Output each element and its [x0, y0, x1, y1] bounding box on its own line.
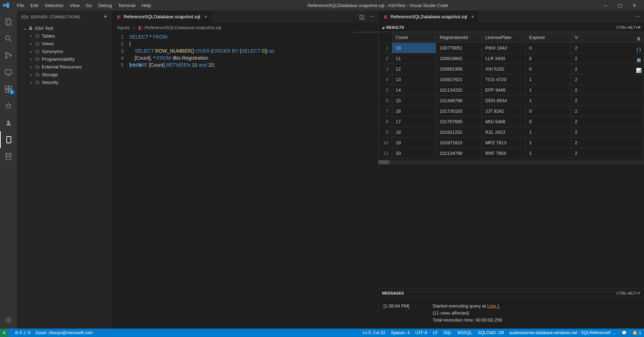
results-header[interactable]: RESULTS CTRL+ALT+R — [379, 23, 644, 32]
extensions-icon[interactable]: 5 — [0, 81, 17, 98]
col-partial[interactable]: V — [571, 32, 644, 43]
cell-registrationid[interactable]: 101134152 — [436, 85, 482, 95]
encoding-status[interactable]: UTF-8 — [415, 330, 427, 335]
maximize-button[interactable]: ▢ — [616, 2, 624, 9]
feedback-icon[interactable]: 💬 — [622, 330, 627, 335]
cell-partial[interactable]: 2 — [571, 85, 644, 95]
menu-selection[interactable]: Selection — [42, 1, 66, 9]
table-row[interactable]: 110100779051PWX 184202 — [379, 43, 644, 53]
cell-expired[interactable]: 0 — [526, 43, 571, 53]
cell-partial[interactable]: 2 — [571, 95, 644, 106]
tree-item-programmability[interactable]: ›🗀Programmability — [17, 55, 112, 63]
cell-partial[interactable]: 2 — [571, 74, 644, 85]
settings-gear-icon[interactable] — [0, 312, 17, 329]
cell-expired[interactable]: 0 — [526, 106, 571, 117]
cell-expired[interactable]: 1 — [526, 138, 571, 148]
explorer-icon[interactable] — [0, 13, 17, 30]
minimap[interactable] — [354, 32, 378, 70]
menu-debug[interactable]: Debug — [96, 1, 114, 9]
indent-status[interactable]: Spaces: 4 — [391, 330, 409, 335]
tree-item-tables[interactable]: ›🗀Tables — [17, 32, 112, 40]
code-editor[interactable]: 1 2 3 4 5 SELECT * FROM ( SELECT ROW_NUM… — [112, 32, 378, 68]
breadcrumbs[interactable]: Inputs ◧ ReferenceSQLDatabase.snapshot.s… — [112, 23, 378, 32]
sqlcmd-status[interactable]: SQLCMD: Off — [478, 330, 504, 335]
cell-licenseplate[interactable]: XIH 5162 — [482, 64, 526, 74]
more-actions-icon[interactable]: ··· — [635, 13, 640, 20]
cell-count[interactable]: 10 — [392, 43, 436, 53]
menu-go[interactable]: Go — [83, 1, 95, 9]
cell-licenseplate[interactable]: EPF 8445 — [482, 85, 526, 95]
cell-count[interactable]: 15 — [392, 95, 436, 106]
cell-expired[interactable]: 1 — [526, 95, 571, 106]
problems-status[interactable]: ⊘ 0 ⚠ 0 — [15, 330, 30, 335]
cell-partial[interactable]: 2 — [571, 106, 644, 117]
cell-licenseplate[interactable]: RRF 7854 — [482, 148, 526, 159]
cell-count[interactable]: 18 — [392, 127, 436, 138]
remote-indicator-icon[interactable]: ✕ — [0, 329, 8, 337]
tree-item-storage[interactable]: ›🗀Storage — [17, 71, 112, 78]
cell-expired[interactable]: 0 — [526, 117, 571, 127]
cell-licenseplate[interactable]: LLR 3430 — [482, 53, 526, 64]
cell-count[interactable]: 11 — [392, 53, 436, 64]
menu-help[interactable]: Help — [139, 1, 154, 9]
cell-count[interactable]: 13 — [392, 74, 436, 85]
save-csv-icon[interactable]: 🗎 — [635, 35, 643, 42]
azure-icon[interactable] — [0, 114, 17, 131]
col-expired[interactable]: Expired — [526, 32, 571, 43]
debug-icon[interactable] — [0, 98, 17, 114]
split-editor-icon[interactable]: ◫ — [359, 13, 364, 20]
cell-registrationid[interactable]: 101921202 — [436, 127, 482, 138]
table-row[interactable]: 918101921202RZL 292312 — [379, 127, 644, 138]
cell-partial[interactable]: 2 — [571, 53, 644, 64]
tree-item-synonyms[interactable]: ›🗀Synonyms — [17, 47, 112, 55]
table-row[interactable]: 1120102134798RRF 785412 — [379, 148, 644, 159]
cell-expired[interactable]: 1 — [526, 127, 571, 138]
cell-registrationid[interactable]: 100881956 — [436, 64, 482, 74]
breadcrumb-file[interactable]: ReferenceSQLDatabase.snapshot.sql — [145, 25, 221, 30]
notebook-icon[interactable] — [0, 148, 17, 165]
message-link-line[interactable]: Line 1 — [487, 303, 499, 309]
cursor-position-status[interactable]: Ln 5, Col 33 — [363, 330, 386, 335]
cell-registrationid[interactable]: 101971815 — [436, 138, 482, 148]
sql-server-icon[interactable] — [0, 131, 17, 148]
menu-edit[interactable]: Edit — [28, 1, 41, 9]
tab-close-icon[interactable]: × — [204, 14, 207, 19]
table-row[interactable]: 615101446788DDG 883412 — [379, 95, 644, 106]
table-row[interactable]: 413100927621TCG 472012 — [379, 74, 644, 85]
table-row[interactable]: 817101757685MGI 540602 — [379, 117, 644, 127]
cell-registrationid[interactable]: 101446788 — [436, 95, 482, 106]
cell-expired[interactable]: 0 — [526, 53, 571, 64]
cell-registrationid[interactable]: 101757685 — [436, 117, 482, 127]
cell-partial[interactable]: 2 — [571, 138, 644, 148]
cell-registrationid[interactable]: 100927621 — [436, 74, 482, 85]
cell-licenseplate[interactable]: MPZ 7813 — [482, 138, 526, 148]
breadcrumb-folder[interactable]: Inputs — [117, 25, 130, 30]
cell-count[interactable]: 19 — [392, 138, 436, 148]
search-icon[interactable] — [0, 30, 17, 47]
cell-partial[interactable]: 2 — [571, 64, 644, 74]
tree-item-views[interactable]: ›🗀Views — [17, 40, 112, 47]
col-count[interactable]: Count — [392, 32, 436, 43]
col-registrationid[interactable]: RegistrationId — [436, 32, 482, 43]
table-row[interactable]: 1019101971815MPZ 781312 — [379, 138, 644, 148]
chart-icon[interactable]: 📊 — [635, 66, 643, 74]
server-status[interactable]: asatestserver.database.windows.net : SQL… — [509, 330, 616, 335]
cell-licenseplate[interactable]: MGI 5406 — [482, 117, 526, 127]
tab-file[interactable]: ◧ ReferenceSQLDatabase.snapshot.sql × — [112, 11, 212, 23]
table-row[interactable]: 716101730183JJT 924202 — [379, 106, 644, 117]
cell-count[interactable]: 17 — [392, 117, 436, 127]
table-row[interactable]: 312100881956XIH 516202 — [379, 64, 644, 74]
messages-header[interactable]: MESSAGES CTRL+ALT+Y — [379, 289, 644, 298]
cell-licenseplate[interactable]: PWX 1842 — [482, 43, 526, 53]
add-connection-button[interactable]: + — [104, 13, 107, 20]
tree-root[interactable]: ⌄ 🖥 ASA Test — [17, 24, 112, 32]
azure-account-status[interactable]: Azure: zhouyu@microsoft.com — [35, 330, 93, 335]
cell-licenseplate[interactable]: TCG 4720 — [482, 74, 526, 85]
tree-item-external-resources[interactable]: ›🗀External Resources — [17, 63, 112, 71]
eol-status[interactable]: LF — [433, 330, 438, 335]
menu-file[interactable]: File — [14, 1, 27, 9]
cell-expired[interactable]: 1 — [526, 74, 571, 85]
cell-licenseplate[interactable]: JJT 9242 — [482, 106, 526, 117]
source-control-icon[interactable] — [0, 47, 17, 64]
save-excel-icon[interactable]: ▦ — [635, 56, 643, 64]
